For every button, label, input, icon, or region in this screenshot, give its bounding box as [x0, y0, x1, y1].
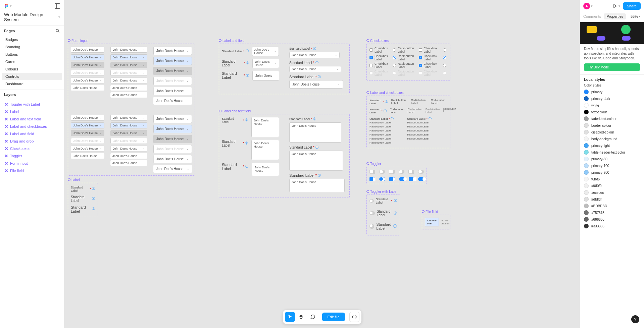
page-item[interactable]: Dashboard: [2, 80, 62, 88]
label-md: Standard Labelⓘ: [71, 195, 95, 203]
toggle-round-off: [418, 170, 424, 174]
color-style-item[interactable]: disabled-colour: [584, 129, 640, 135]
frame-label-label[interactable]: Label: [68, 178, 80, 182]
help-button[interactable]: ?: [631, 315, 639, 323]
color-swatch: [584, 190, 589, 195]
color-style-item[interactable]: body-background: [584, 135, 640, 142]
color-style-item[interactable]: primary: [584, 89, 640, 95]
frame-label-twl[interactable]: Toggler with Label: [366, 190, 397, 194]
comment-tool[interactable]: [307, 312, 317, 322]
label: Standard Label*ⓘ: [289, 117, 347, 121]
input-hover: John Doe's House⌄: [71, 122, 104, 128]
page-item[interactable]: Colours: [2, 65, 62, 73]
page-item[interactable]: Cards: [2, 58, 62, 65]
layer-item[interactable]: Form input: [2, 160, 62, 167]
label: Standard Label*ⓘ: [222, 60, 249, 67]
color-style-item[interactable]: f6f6f6: [584, 176, 640, 182]
layer-item[interactable]: Label and field: [2, 130, 62, 138]
page-item[interactable]: Buttons: [2, 51, 62, 58]
color-style-item[interactable]: #333333: [584, 223, 640, 229]
input-pressed: John Doe's House⌄: [110, 62, 147, 68]
color-swatch: [584, 210, 589, 215]
move-tool[interactable]: [285, 312, 295, 322]
dev-mode-button[interactable]: [349, 312, 359, 322]
layer-item[interactable]: Label and text field: [2, 115, 62, 123]
label: Standard Label*ⓘ: [222, 71, 249, 79]
frame-label-file[interactable]: File field: [422, 210, 438, 214]
frame-laf[interactable]: Standard Label*ⓘJohn Doe's House⌄ Standa…: [219, 44, 350, 94]
page-item[interactable]: Branding: [2, 43, 62, 51]
color-style-item[interactable]: primary-light: [584, 142, 640, 149]
input-disabled: John Doe's House⌄: [110, 138, 147, 144]
search-icon[interactable]: [55, 29, 60, 33]
canvas[interactable]: Form input John Doe's House⌄ John Doe's …: [64, 0, 580, 328]
checkbox-unchecked: Checkbox Label: [369, 47, 388, 53]
color-style-item[interactable]: faded-text-colour: [584, 115, 640, 122]
frame-latf[interactable]: Standard Label*ⓘJohn Doe's House Standar…: [219, 114, 350, 198]
page-item[interactable]: Controls: [2, 73, 62, 80]
color-style-item[interactable]: #dfdfdf: [584, 196, 640, 203]
frame-twl[interactable]: Standard Label*ⓘ Standard Labelⓘ Standar…: [366, 195, 400, 235]
input-plain: John Doe's House: [153, 97, 192, 105]
frame-form-input[interactable]: John Doe's House⌄ John Doe's House⌄ John…: [68, 44, 195, 176]
toggle-sidebar-button[interactable]: [55, 3, 60, 9]
page-item[interactable]: Badges: [2, 36, 62, 43]
layer-item[interactable]: Toggler with Label: [2, 101, 62, 108]
color-style-item[interactable]: #666666: [584, 216, 640, 223]
color-name: primary-light: [591, 144, 610, 148]
color-style-item[interactable]: table-header-text-color: [584, 149, 640, 156]
color-style-item[interactable]: text-colour: [584, 109, 640, 115]
frame-label-laf[interactable]: Label and field: [219, 39, 244, 43]
edit-file-button[interactable]: Edit file: [322, 313, 345, 321]
color-name: #757575: [591, 211, 604, 215]
color-style-item[interactable]: primary-dark: [584, 95, 640, 102]
tab-properties[interactable]: Properties: [604, 13, 626, 19]
color-swatch: [584, 150, 589, 155]
figma-menu[interactable]: ▾: [4, 4, 12, 8]
hand-tool[interactable]: [296, 312, 306, 322]
frame-label-latf[interactable]: Label and text field: [219, 109, 251, 113]
color-style-item[interactable]: primary-100: [584, 162, 640, 169]
color-name: border-colour: [591, 124, 611, 127]
input-pressed: John Doe's House⌄: [110, 130, 147, 136]
frame-label-toggler[interactable]: Toggler: [366, 162, 381, 166]
layer-item[interactable]: Label and checkboxes: [2, 123, 62, 130]
tab-comments[interactable]: Comments: [583, 14, 601, 18]
present-button[interactable]: ▾: [613, 4, 620, 8]
radio-checked: Radiobutton Label: [393, 54, 414, 61]
color-style-item[interactable]: #f0f0f0: [584, 182, 640, 189]
layer-item[interactable]: Toggler: [2, 152, 62, 160]
svg-rect-26: [366, 39, 369, 42]
share-button[interactable]: Share: [623, 2, 641, 10]
color-style-item[interactable]: #757575: [584, 209, 640, 216]
color-style-item[interactable]: primary-200: [584, 169, 640, 176]
layer-item[interactable]: Label: [2, 108, 62, 115]
svg-rect-23: [68, 178, 70, 181]
color-style-item[interactable]: border-colour: [584, 122, 640, 129]
avatar[interactable]: A: [583, 3, 590, 9]
layer-item[interactable]: Drag and drop: [2, 138, 62, 145]
input-plain: John Doe's House: [110, 92, 147, 98]
file-title[interactable]: Web Module Design System▾: [0, 12, 64, 25]
zoom-dropdown[interactable]: 55%▾: [631, 14, 641, 18]
layer-item[interactable]: File field: [2, 167, 62, 174]
svg-marker-31: [614, 4, 616, 8]
frame-file[interactable]: Choose FileNo file chosen: [422, 215, 450, 229]
frame-toggler[interactable]: [366, 167, 427, 184]
color-style-item[interactable]: white: [584, 102, 640, 109]
frame-label-form-input[interactable]: Form input: [68, 39, 88, 43]
color-style-item[interactable]: #ececec: [584, 189, 640, 196]
textarea: John Doe's House: [252, 163, 279, 176]
layer-item[interactable]: Checkboxes: [2, 145, 62, 152]
color-swatch: [584, 110, 589, 114]
color-style-item[interactable]: primary-50: [584, 156, 640, 162]
toggle-square-off: [389, 170, 395, 174]
frame-label-checkboxes[interactable]: Checkboxes: [366, 39, 389, 43]
color-style-item[interactable]: #BDBDBD: [584, 203, 640, 209]
frame-checkboxes[interactable]: Checkbox Label Checkbox Label Checkbox L…: [366, 44, 450, 80]
frame-label-lac[interactable]: Label and checkboxes: [366, 91, 404, 95]
try-dev-mode-button[interactable]: Try Dev Mode: [584, 63, 640, 71]
pages-list: Badges Branding Buttons Cards Colours Co…: [0, 36, 64, 90]
frame-label-box[interactable]: Standard Label*ⓘ Standard Labelⓘ Standar…: [68, 183, 98, 216]
frame-lac[interactable]: Standard Label*ⓘ Radiobutton Label Radio…: [366, 96, 450, 148]
